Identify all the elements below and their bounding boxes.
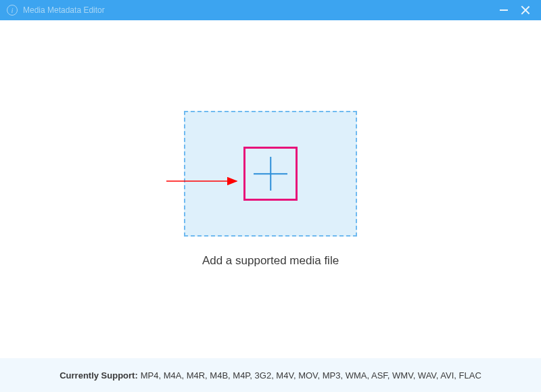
footer-label: Currently Support: <box>60 370 138 381</box>
titlebar: i Media Metadata Editor <box>0 0 541 20</box>
footer: Currently Support: MP4, M4A, M4R, M4B, M… <box>0 358 541 392</box>
close-button[interactable] <box>521 5 530 15</box>
window-title: Media Metadata Editor <box>23 5 499 15</box>
dropzone-group: Add a supported media file <box>184 111 357 268</box>
add-file-button[interactable] <box>254 157 287 191</box>
window-controls <box>499 5 534 15</box>
file-dropzone[interactable] <box>184 111 357 237</box>
supported-formats: MP4, M4A, M4R, M4B, M4P, 3G2, M4V, MOV, … <box>141 370 481 381</box>
main-content: Add a supported media file <box>0 20 541 358</box>
minimize-button[interactable] <box>499 5 509 15</box>
dropzone-label: Add a supported media file <box>202 254 339 268</box>
info-icon: i <box>7 5 18 16</box>
